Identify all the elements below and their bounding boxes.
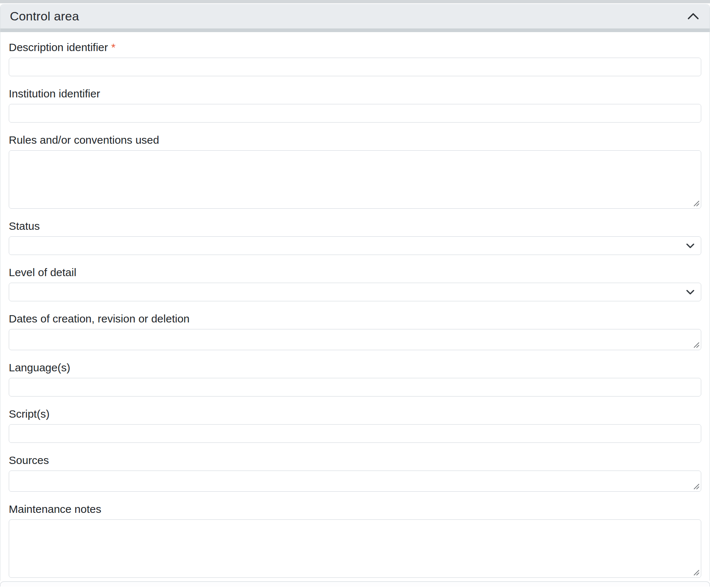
sources-textarea-wrap [9, 471, 701, 492]
control-area-section: Control area Description identifier* Ins… [0, 4, 710, 581]
languages-input[interactable] [9, 378, 701, 396]
level-of-detail-select-wrap [9, 283, 701, 301]
maintenance-notes-label: Maintenance notes [9, 503, 701, 515]
maintenance-notes-textarea[interactable] [9, 519, 701, 578]
label-text: Description identifier [9, 41, 108, 53]
label-text: Language(s) [9, 361, 70, 374]
control-area-body: Description identifier* Institution iden… [0, 32, 710, 581]
scripts-label: Script(s) [9, 407, 701, 420]
maintenance-notes-textarea-wrap [9, 519, 701, 578]
dates-creation-revision-label: Dates of creation, revision or deletion [9, 312, 701, 325]
field-description-identifier: Description identifier* [9, 41, 701, 76]
description-identifier-label: Description identifier* [9, 41, 701, 54]
status-select-wrap [9, 236, 701, 255]
label-text: Status [9, 220, 40, 232]
section-title: Control area [10, 9, 79, 23]
rules-conventions-textarea-wrap [9, 150, 701, 209]
field-maintenance-notes: Maintenance notes [9, 503, 701, 578]
rules-conventions-textarea[interactable] [9, 150, 701, 209]
institution-identifier-input[interactable] [9, 104, 701, 123]
field-level-of-detail: Level of detail [9, 266, 701, 301]
level-of-detail-select[interactable] [9, 283, 701, 301]
label-text: Sources [9, 454, 49, 466]
rules-conventions-label: Rules and/or conventions used [9, 134, 701, 146]
dates-creation-textarea-wrap [9, 329, 701, 350]
label-text: Level of detail [9, 266, 76, 278]
field-dates-creation-revision: Dates of creation, revision or deletion [9, 312, 701, 350]
next-section-header-edge[interactable] [0, 581, 710, 587]
sources-textarea[interactable] [9, 471, 701, 492]
label-text: Maintenance notes [9, 503, 101, 515]
languages-label: Language(s) [9, 361, 701, 374]
label-text: Rules and/or conventions used [9, 134, 159, 146]
control-area-header[interactable]: Control area [0, 4, 710, 32]
dates-creation-textarea[interactable] [9, 329, 701, 350]
field-sources: Sources [9, 454, 701, 492]
level-of-detail-label: Level of detail [9, 266, 701, 279]
field-scripts: Script(s) [9, 407, 701, 443]
previous-section-divider [0, 0, 710, 3]
description-identifier-input[interactable] [9, 58, 701, 76]
scripts-input[interactable] [9, 424, 701, 443]
sources-label: Sources [9, 454, 701, 467]
required-indicator: * [111, 41, 116, 53]
status-label: Status [9, 220, 701, 232]
label-text: Dates of creation, revision or deletion [9, 313, 189, 325]
label-text: Institution identifier [9, 88, 100, 100]
label-text: Script(s) [9, 408, 50, 420]
field-rules-conventions: Rules and/or conventions used [9, 134, 701, 209]
field-institution-identifier: Institution identifier [9, 87, 701, 123]
field-languages: Language(s) [9, 361, 701, 396]
status-select[interactable] [9, 236, 701, 255]
field-status: Status [9, 220, 701, 255]
institution-identifier-label: Institution identifier [9, 87, 701, 100]
chevron-up-icon [687, 13, 699, 20]
